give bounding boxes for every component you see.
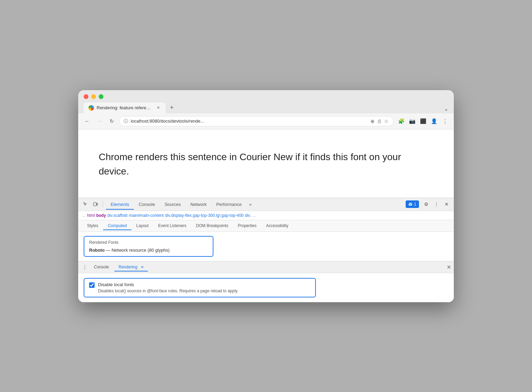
svg-rect-0: [94, 202, 96, 206]
drawer-tabs-bar: ⋮ Console Rendering ✕ ✕: [78, 262, 454, 273]
breadcrumb-body[interactable]: body: [96, 213, 106, 218]
tab-title: Rendering: feature reference -: [97, 105, 153, 110]
rendered-fonts-box: Rendered Fonts Roboto — Network resource…: [84, 236, 213, 257]
devtools-drawer: ⋮ Console Rendering ✕ ✕ Disable local fo…: [78, 261, 454, 302]
tab-elements[interactable]: Elements: [106, 199, 134, 210]
rendered-font-name: Roboto: [89, 248, 104, 253]
devtools-more-button[interactable]: ⋮: [432, 200, 441, 209]
extensions-button[interactable]: 🧩: [396, 116, 406, 126]
panel-tab-computed[interactable]: Computed: [103, 221, 131, 230]
panel-tab-event-listeners[interactable]: Event Listeners: [153, 221, 191, 230]
breadcrumb-div-flex[interactable]: div.display-flex.gap-top-300.lg\:gap-top…: [165, 213, 243, 218]
element-breadcrumb: ... html body div.scaffold main#main-con…: [78, 211, 454, 220]
title-bar: Rendering: feature reference - ✕ + ⌄: [78, 90, 454, 113]
page-main-text: Chrome renders this sentence in Courier …: [99, 150, 406, 179]
disable-local-fonts-checkbox[interactable]: [89, 282, 95, 288]
svg-rect-2: [409, 203, 412, 206]
new-tab-button[interactable]: +: [167, 103, 177, 113]
panel-tab-layout[interactable]: Layout: [131, 221, 153, 230]
drawer-tab-rendering[interactable]: Rendering ✕: [114, 263, 148, 271]
nav-actions: 🧩 📷 ⬛ 👤 ⋮: [396, 116, 450, 126]
browser-tabs-row: Rendering: feature reference - ✕ + ⌄: [84, 102, 448, 113]
disable-fonts-box: Disable local fonts Disables local() sou…: [84, 278, 316, 297]
browser-tab-active[interactable]: Rendering: feature reference - ✕: [84, 102, 166, 113]
refresh-button[interactable]: ↻: [107, 116, 116, 126]
profile-button[interactable]: 👤: [429, 116, 439, 126]
tab-sources[interactable]: Sources: [160, 199, 186, 210]
drawer-more-button[interactable]: ⋮: [81, 263, 88, 271]
devtools-panel-tabs: Styles Computed Layout Event Listeners D…: [78, 220, 454, 232]
tab-network[interactable]: Network: [186, 199, 212, 210]
tab-overflow-button[interactable]: ⌄: [444, 106, 448, 112]
zoom-button[interactable]: ⊕: [370, 118, 375, 125]
toolbar-divider: [103, 201, 103, 208]
notification-button[interactable]: 1: [406, 200, 419, 208]
tab-performance[interactable]: Performance: [211, 199, 246, 210]
rendered-font-detail: Network resource (80 glyphs): [112, 248, 170, 253]
minimize-window-button[interactable]: [91, 94, 96, 99]
drawer-close-button[interactable]: ✕: [447, 264, 451, 270]
share-button[interactable]: ⎙: [377, 118, 381, 125]
breadcrumb-scaffold[interactable]: div.scaffold: [107, 213, 127, 218]
camera-button[interactable]: 📷: [407, 116, 417, 126]
panel-tab-dom-breakpoints[interactable]: DOM Breakpoints: [191, 221, 233, 230]
url-display: localhost:8080/docs/devtools/rende...: [131, 118, 367, 124]
tab-close-button[interactable]: ✕: [155, 105, 161, 111]
info-icon: ⓘ: [124, 118, 128, 124]
more-tabs-button[interactable]: »: [247, 200, 254, 208]
disable-fonts-label: Disable local fonts Disables local() sou…: [98, 282, 238, 293]
page-content: Chrome renders this sentence in Courier …: [78, 129, 454, 198]
forward-button[interactable]: →: [95, 116, 104, 126]
address-actions: ⊕ ⎙ ☆: [370, 118, 389, 125]
breadcrumb-end-ellipsis[interactable]: ...: [252, 213, 256, 218]
bookmark-button[interactable]: ☆: [383, 118, 389, 125]
address-bar[interactable]: ⓘ localhost:8080/docs/devtools/rende... …: [119, 116, 394, 126]
devtools-settings-button[interactable]: ⚙: [422, 200, 431, 209]
navigation-bar: ← → ↻ ⓘ localhost:8080/docs/devtools/ren…: [78, 113, 454, 129]
devtools-actions: ⚙ ⋮ ✕: [422, 200, 451, 209]
drawer-tab-console[interactable]: Console: [90, 263, 113, 271]
disable-fonts-title: Disable local fonts: [98, 282, 238, 287]
breadcrumb-html[interactable]: html: [87, 213, 95, 218]
more-button[interactable]: ⋮: [440, 116, 450, 126]
tab-favicon: [88, 105, 94, 111]
notification-count: 1: [414, 202, 416, 207]
devtools-toolbar: Elements Console Sources Network Perform…: [78, 198, 454, 211]
disable-fonts-description: Disables local() sources in @font-face r…: [98, 289, 238, 293]
breadcrumb-div-last[interactable]: div.: [245, 213, 251, 218]
devtools-panel: Elements Console Sources Network Perform…: [78, 198, 454, 302]
close-window-button[interactable]: [84, 94, 88, 99]
rendered-fonts-entry: Roboto — Network resource (80 glyphs): [89, 248, 208, 253]
panel-tab-accessibility[interactable]: Accessibility: [261, 221, 293, 230]
panel-tab-properties[interactable]: Properties: [233, 221, 262, 230]
device-toolbar-button[interactable]: [91, 200, 100, 209]
rendered-fonts-title: Rendered Fonts: [89, 240, 208, 245]
browser-window: Rendering: feature reference - ✕ + ⌄ ← →…: [78, 90, 454, 302]
maximize-window-button[interactable]: [99, 94, 103, 99]
window-controls: [84, 94, 448, 99]
rendered-font-separator: —: [106, 248, 110, 253]
back-button[interactable]: ←: [82, 116, 92, 126]
rendered-fonts-section: Rendered Fonts Roboto — Network resource…: [78, 232, 454, 261]
split-button[interactable]: ⬛: [418, 116, 428, 126]
devtools-close-button[interactable]: ✕: [442, 200, 451, 209]
inspect-element-button[interactable]: [81, 200, 90, 209]
devtools-main-tabs: Elements Console Sources Network Perform…: [106, 199, 403, 210]
panel-tab-styles[interactable]: Styles: [82, 221, 103, 230]
drawer-content: Disable local fonts Disables local() sou…: [78, 273, 454, 302]
svg-rect-1: [97, 203, 98, 205]
rendering-tab-close[interactable]: ✕: [141, 265, 144, 269]
breadcrumb-start-ellipsis[interactable]: ...: [82, 213, 86, 218]
breadcrumb-main[interactable]: main#main-content: [129, 213, 164, 218]
tab-console[interactable]: Console: [134, 199, 160, 210]
